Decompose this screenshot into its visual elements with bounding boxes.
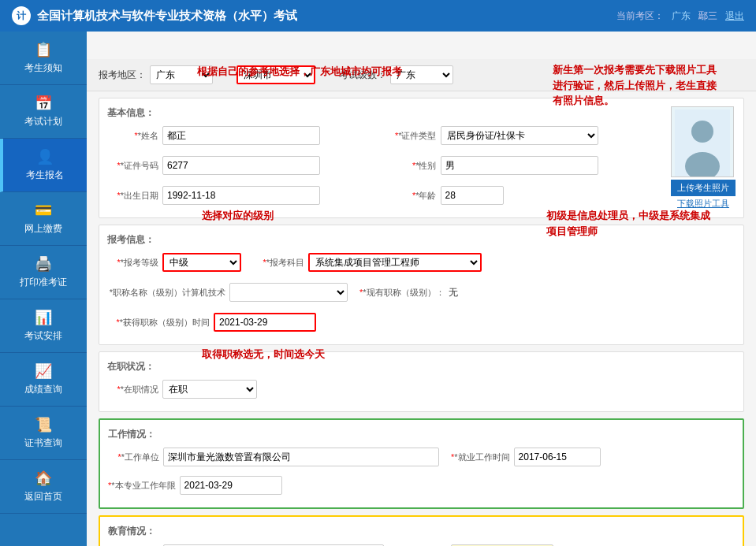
sidebar: 📋 考生须知 📅 考试计划 👤 考生报名 💳 网上缴费 🖨️ 打印准考证 📊 考… [0,32,87,546]
exam-level-select-2[interactable]: 中级 [162,253,241,272]
birthday-input[interactable] [162,186,320,205]
sidebar-item-arrange[interactable]: 📊 考试安排 [0,299,87,353]
report-area-select[interactable]: 广东 [150,65,213,84]
exam-level-select[interactable]: 广东 [390,65,453,84]
work-status-field: *在职情况 在职 [107,380,736,399]
report-header-area: 报考地区： 广东 深圳市 考试级数： 广东 [87,59,756,91]
report-area-field: 报考地区： 广东 [99,65,213,84]
basic-info-section: 基本信息： 上传考生照片 下载照片工具 [99,98,744,218]
work-years-input[interactable] [180,476,282,495]
age-label: *年龄 [385,190,437,202]
work-start-date-input[interactable] [514,448,601,466]
title-name-label: *职称名称（级别）计算机技术 [107,287,225,299]
sidebar-payment-label: 网上缴费 [24,222,62,236]
main-layout: 📋 考生须知 📅 考试计划 👤 考生报名 💳 网上缴费 🖨️ 打印准考证 📊 考… [0,32,756,546]
birthday-field: *出生日期 [107,186,379,205]
id-number-input[interactable] [162,156,320,175]
gender-label: *性别 [385,160,437,172]
company-label: *工作单位 [108,451,159,463]
work-start-date-label: *就业工作时间 [451,451,510,463]
current-area-label: 当前考区： [616,9,664,23]
exam-level-label-2: *报考等级 [107,257,158,269]
main-content: 根据自己的参考地选择，广东地城市均可报考 新生第一次报考需要先下载照片工具 进行… [87,32,756,546]
sidebar-item-cert[interactable]: 📜 证书查询 [0,407,87,460]
app-title: 全国计算机技术与软件专业技术资格（水平）考试 [37,9,297,24]
work-company-row: *工作单位 *就业工作时间 [108,448,735,471]
download-tool-link[interactable]: 下载照片工具 [671,198,736,210]
id-type-select[interactable]: 居民身份证/社保卡 [441,126,598,145]
id-type-field: *证件类型 居民身份证/社保卡 [385,126,657,145]
top-bar-right: 当前考区： 广东 鄢三 退出 [616,9,744,23]
id-type-label: *证件类型 [385,130,437,142]
has-title-now-label: *现有职称（级别）： [359,287,445,299]
sidebar-cert-label: 证书查询 [24,436,62,450]
name-input[interactable] [162,126,320,145]
report-area-label: 报考地区： [99,69,146,82]
exam-subject-field: *报考科目 系统集成项目管理工程师 [253,253,482,272]
gender-field: *性别 [385,156,657,175]
sidebar-item-score[interactable]: 📈 成绩查询 [0,353,87,407]
sidebar-item-plan[interactable]: 📅 考试计划 [0,85,87,139]
age-input[interactable] [441,186,504,205]
svg-point-1 [691,121,713,143]
id-number-label: *证件号码 [107,160,158,172]
score-icon: 📈 [35,362,52,380]
education-title: 教育情况： [108,525,735,538]
sidebar-score-label: 成绩查询 [24,383,62,396]
has-title-now-value: 无 [449,286,458,299]
top-bar-left: 计 全国计算机技术与软件专业技术资格（水平）考试 [12,6,297,25]
sidebar-back-label: 返回首页 [24,490,62,503]
arrange-icon: 📊 [35,309,52,326]
upload-photo-button[interactable]: 上传考生照片 [671,180,736,196]
name-label: *姓名 [107,130,158,142]
payment-icon: 💳 [35,202,52,219]
gender-input[interactable] [441,156,598,175]
sidebar-print-label: 打印准考证 [20,276,67,289]
logout-button[interactable]: 退出 [725,9,744,23]
photo-box [671,106,734,177]
title-row: *职称名称（级别）计算机技术 *现有职称（级别）： 无 [107,283,736,306]
report-city-field: 深圳市 [236,65,315,84]
app-logo: 计 [12,6,31,25]
cert-icon: 📜 [35,416,52,433]
work-info-title: 工作情况： [108,428,735,441]
current-area-value: 广东 [672,9,691,23]
notice-icon: 📋 [35,41,52,58]
work-start-date-field: *就业工作时间 [451,448,601,466]
education-section: 教育情况： 教育信息如实填写，高中及以下或中专就填高中毕业 高中学校名字，时间填… [99,515,744,546]
exam-info-section: 报考信息： 选择对应的级别 初级是信息处理员，中级是系统集成项目管理师 *报考等… [99,225,744,345]
sidebar-item-notice[interactable]: 📋 考生须知 [0,32,87,85]
work-status-section: 在职状况： *在职情况 在职 [99,351,744,412]
report-city-select[interactable]: 深圳市 [236,65,315,84]
exam-level-row: *报考等级 中级 *报考科目 系统集成项目管理工程师 [107,253,736,277]
exam-info-title: 报考信息： [107,233,736,247]
company-field: *工作单位 [108,448,439,466]
title-date-field: *获得职称（级别）时间 [107,313,316,332]
sidebar-item-payment[interactable]: 💳 网上缴费 [0,192,87,246]
work-info-section: 工作情况： 工作信息如实填写，如没有工作可填写自己以前的工作 *工作单位 *就业… [99,418,744,509]
age-field: *年龄 [385,186,657,205]
id-number-field: *证件号码 [107,156,379,175]
sidebar-item-back[interactable]: 🏠 返回首页 [0,460,87,514]
work-years-field: *本专业工作年限 [108,476,735,495]
title-date-input[interactable] [214,313,316,332]
sidebar-item-register[interactable]: 👤 考生报名 [0,139,87,192]
exam-subject-select[interactable]: 系统集成项目管理工程师 [308,253,482,272]
exam-level-field: 考试级数： 广东 [339,65,453,84]
sidebar-notice-label: 考生须知 [24,61,62,75]
work-status-select[interactable]: 在职 [162,380,257,399]
sidebar-plan-label: 考试计划 [24,115,62,128]
title-name-select[interactable] [229,283,348,302]
top-bar: 计 全国计算机技术与软件专业技术资格（水平）考试 当前考区： 广东 鄢三 退出 [0,0,756,32]
exam-level-label: 考试级数： [339,69,386,82]
company-input[interactable] [163,448,439,466]
has-title-now-field: *现有职称（级别）： 无 [359,286,458,299]
work-status-label: *在职情况 [107,384,158,396]
print-icon: 🖨️ [35,255,52,273]
basic-info-grid: *姓名 *证件类型 居民身份证/社保卡 *证件号码 *性别 [107,126,736,210]
basic-info-title: 基本信息： [107,106,736,120]
sidebar-item-print[interactable]: 🖨️ 打印准考证 [0,246,87,299]
sidebar-register-label: 考生报名 [26,169,64,182]
person-avatar-svg [675,110,730,176]
user-name: 鄢三 [698,9,717,23]
